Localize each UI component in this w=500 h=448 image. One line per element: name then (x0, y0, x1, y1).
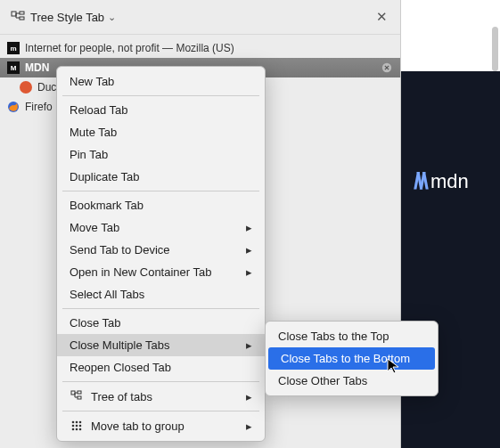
chevron-down-icon[interactable]: ⌄ (108, 12, 116, 23)
submenu-close-multiple: Close Tabs to the Top Close Tabs to the … (265, 321, 439, 396)
close-icon[interactable]: ✕ (374, 7, 389, 27)
sidebar-title[interactable]: Tree Style Tab (30, 11, 104, 24)
svg-point-10 (79, 421, 82, 424)
tab-label: Firefo (25, 101, 53, 113)
menu-separator (62, 411, 259, 411)
submenu-close-top[interactable]: Close Tabs to the Top (266, 325, 438, 347)
menu-reopen-closed[interactable]: Reopen Closed Tab (57, 356, 265, 379)
tab-item[interactable]: m Internet for people, not profit — Mozi… (0, 38, 400, 58)
svg-point-9 (76, 421, 78, 424)
menu-move-to-group[interactable]: Move tab to group▸ (57, 414, 265, 437)
svg-rect-1 (20, 12, 24, 14)
menu-close-tab[interactable]: Close Tab (57, 312, 265, 334)
svg-point-8 (72, 421, 75, 424)
svg-rect-5 (71, 391, 75, 395)
menu-tree-of-tabs[interactable]: Tree of tabs▸ (57, 385, 265, 408)
menu-separator (62, 95, 259, 96)
menu-move-tab[interactable]: Move Tab▸ (57, 216, 265, 239)
menu-duplicate-tab[interactable]: Duplicate Tab (57, 166, 265, 188)
submenu-close-bottom[interactable]: Close Tabs to the Bottom (268, 347, 435, 370)
mdn-logo-text: mdn (430, 170, 469, 193)
firefox-favicon (7, 101, 20, 113)
chevron-right-icon: ▸ (246, 265, 252, 279)
chevron-right-icon: ▸ (246, 390, 252, 403)
scrollbar-thumb[interactable] (492, 27, 498, 71)
chevron-right-icon: ▸ (246, 221, 252, 234)
svg-point-11 (72, 425, 75, 428)
svg-point-12 (76, 425, 78, 428)
svg-rect-0 (12, 12, 16, 16)
menu-separator (62, 191, 259, 191)
chevron-right-icon: ▸ (246, 419, 252, 433)
menu-select-all[interactable]: Select All Tabs (57, 283, 265, 305)
menu-new-tab[interactable]: New Tab (57, 70, 265, 93)
menu-separator (62, 308, 259, 309)
chevron-right-icon: ▸ (246, 338, 252, 352)
menu-separator (62, 381, 259, 382)
menu-bookmark-tab[interactable]: Bookmark Tab (57, 194, 265, 216)
svg-point-16 (79, 428, 82, 431)
context-menu: New Tab Reload Tab Mute Tab Pin Tab Dupl… (56, 66, 266, 442)
chevron-right-icon: ▸ (246, 243, 252, 257)
menu-send-tab[interactable]: Send Tab to Device▸ (57, 239, 265, 261)
menu-open-container[interactable]: Open in New Container Tab▸ (57, 261, 265, 283)
svg-point-15 (76, 428, 78, 431)
tab-label: Internet for people, not profit — Mozill… (25, 42, 234, 54)
svg-rect-6 (78, 391, 81, 394)
svg-point-13 (79, 425, 82, 428)
tree-icon (11, 10, 25, 24)
submenu-close-other[interactable]: Close Other Tabs (266, 370, 438, 392)
mdn-logo[interactable]: /\/\ mdn (414, 167, 469, 195)
mozilla-favicon: m (7, 42, 20, 54)
duckduckgo-favicon (20, 81, 32, 94)
tree-icon (70, 389, 84, 403)
grid-icon (70, 419, 84, 433)
svg-rect-2 (20, 17, 24, 20)
menu-mute-tab[interactable]: Mute Tab (57, 121, 265, 143)
tab-label: MDN (25, 61, 49, 74)
svg-point-14 (72, 428, 75, 431)
menu-close-multiple[interactable]: Close Multiple Tabs▸ (57, 334, 265, 356)
mdn-logo-icon: /\/\ (414, 167, 425, 195)
menu-pin-tab[interactable]: Pin Tab (57, 143, 265, 166)
menu-reload-tab[interactable]: Reload Tab (57, 99, 265, 121)
svg-rect-7 (78, 396, 81, 399)
close-tab-icon[interactable] (381, 61, 393, 74)
sidebar-header: Tree Style Tab ⌄ ✕ (0, 0, 400, 35)
mdn-favicon: M (7, 61, 20, 74)
